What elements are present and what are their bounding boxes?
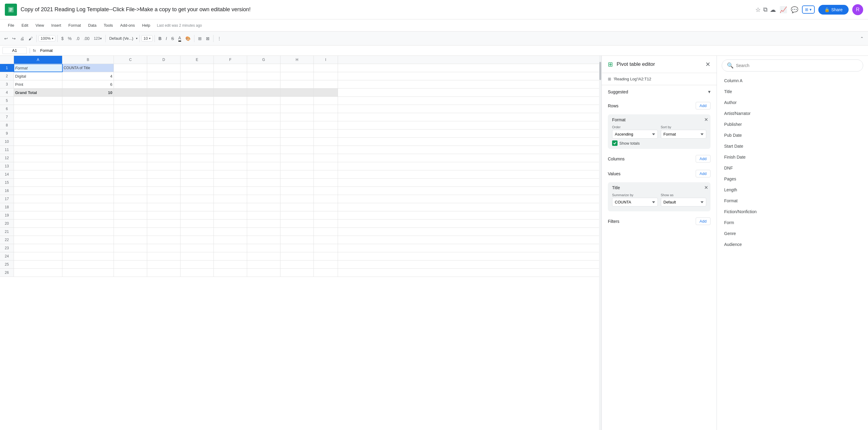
row-num-26[interactable]: 26 bbox=[0, 269, 14, 277]
field-search[interactable]: 🔍 bbox=[722, 59, 863, 71]
cell-i18[interactable] bbox=[314, 203, 338, 211]
cell-d9[interactable] bbox=[147, 130, 181, 137]
cell-a25[interactable] bbox=[14, 260, 62, 268]
cell-a1[interactable]: Format bbox=[14, 64, 62, 72]
cell-b22[interactable] bbox=[62, 236, 114, 244]
cell-f13[interactable] bbox=[214, 162, 247, 170]
cell-e16[interactable] bbox=[181, 187, 214, 195]
cell-f26[interactable] bbox=[214, 269, 247, 277]
row-num-4[interactable]: 4 bbox=[0, 89, 14, 96]
cell-f21[interactable] bbox=[214, 228, 247, 236]
cell-a4[interactable]: Grand Total bbox=[14, 89, 62, 96]
cell-c13[interactable] bbox=[114, 162, 147, 170]
cell-h24[interactable] bbox=[280, 252, 314, 260]
cell-h8[interactable] bbox=[280, 121, 314, 129]
cell-h6[interactable] bbox=[280, 105, 314, 113]
cell-b16[interactable] bbox=[62, 187, 114, 195]
cell-a24[interactable] bbox=[14, 252, 62, 260]
cell-f20[interactable] bbox=[214, 220, 247, 227]
cell-b11[interactable] bbox=[62, 146, 114, 154]
cell-e20[interactable] bbox=[181, 220, 214, 227]
row-num-14[interactable]: 14 bbox=[0, 170, 14, 178]
filters-add-button[interactable]: Add bbox=[696, 218, 711, 225]
cell-c11[interactable] bbox=[114, 146, 147, 154]
decimal-increase-button[interactable]: .00 bbox=[82, 35, 91, 42]
field-item[interactable]: Format bbox=[717, 195, 868, 206]
cell-d25[interactable] bbox=[147, 260, 181, 268]
cell-e23[interactable] bbox=[181, 244, 214, 252]
field-item[interactable]: Length bbox=[717, 184, 868, 195]
cell-c22[interactable] bbox=[114, 236, 147, 244]
fill-color-button[interactable]: 🎨 bbox=[184, 35, 192, 42]
cell-b8[interactable] bbox=[62, 121, 114, 129]
font-size-control[interactable]: 10 ▾ bbox=[142, 35, 153, 41]
cell-h17[interactable] bbox=[280, 195, 314, 203]
cell-i13[interactable] bbox=[314, 162, 338, 170]
field-item[interactable]: Title bbox=[717, 86, 868, 97]
cell-g2[interactable] bbox=[247, 72, 280, 80]
cell-i11[interactable] bbox=[314, 146, 338, 154]
cell-f7[interactable] bbox=[214, 113, 247, 121]
cell-f12[interactable] bbox=[214, 154, 247, 162]
cell-a9[interactable] bbox=[14, 130, 62, 137]
row-num-12[interactable]: 12 bbox=[0, 154, 14, 162]
cell-a15[interactable] bbox=[14, 179, 62, 187]
rows-chip-close-button[interactable]: ✕ bbox=[704, 117, 708, 122]
percent-button[interactable]: % bbox=[66, 35, 73, 42]
cell-f10[interactable] bbox=[214, 138, 247, 146]
cell-e13[interactable] bbox=[181, 162, 214, 170]
row-num-8[interactable]: 8 bbox=[0, 121, 14, 129]
col-header-b[interactable]: B bbox=[62, 56, 114, 64]
cell-c19[interactable] bbox=[114, 211, 147, 219]
row-num-20[interactable]: 20 bbox=[0, 220, 14, 227]
cell-b17[interactable] bbox=[62, 195, 114, 203]
cell-f11[interactable] bbox=[214, 146, 247, 154]
cell-e10[interactable] bbox=[181, 138, 214, 146]
borders-button[interactable]: ⊞ bbox=[196, 35, 204, 42]
cell-e24[interactable] bbox=[181, 252, 214, 260]
cell-g13[interactable] bbox=[247, 162, 280, 170]
cell-i15[interactable] bbox=[314, 179, 338, 187]
bold-button[interactable]: B bbox=[157, 35, 163, 42]
cell-c17[interactable] bbox=[114, 195, 147, 203]
cell-g24[interactable] bbox=[247, 252, 280, 260]
print-button[interactable]: 🖨 bbox=[18, 35, 26, 42]
cell-a11[interactable] bbox=[14, 146, 62, 154]
cell-i17[interactable] bbox=[314, 195, 338, 203]
cell-b4[interactable]: 10 bbox=[62, 89, 114, 96]
cell-h26[interactable] bbox=[280, 269, 314, 277]
cell-d12[interactable] bbox=[147, 154, 181, 162]
cell-c16[interactable] bbox=[114, 187, 147, 195]
cell-b2[interactable]: 4 bbox=[62, 72, 114, 80]
cell-e11[interactable] bbox=[181, 146, 214, 154]
cell-i20[interactable] bbox=[314, 220, 338, 227]
field-item[interactable]: Publisher bbox=[717, 119, 868, 130]
summarize-select[interactable]: COUNTA COUNT SUM AVG bbox=[612, 198, 658, 206]
menu-view[interactable]: View bbox=[32, 22, 47, 29]
cell-e26[interactable] bbox=[181, 269, 214, 277]
menu-edit[interactable]: Edit bbox=[19, 22, 31, 29]
cell-f17[interactable] bbox=[214, 195, 247, 203]
cell-b12[interactable] bbox=[62, 154, 114, 162]
comment-icon[interactable]: 💬 bbox=[791, 6, 798, 13]
cell-h21[interactable] bbox=[280, 228, 314, 236]
cell-f4[interactable] bbox=[214, 89, 247, 96]
col-header-c[interactable]: C bbox=[114, 56, 147, 64]
cell-h3[interactable] bbox=[280, 80, 314, 88]
cell-f19[interactable] bbox=[214, 211, 247, 219]
cell-f22[interactable] bbox=[214, 236, 247, 244]
cell-b26[interactable] bbox=[62, 269, 114, 277]
cell-b14[interactable] bbox=[62, 170, 114, 178]
cell-d23[interactable] bbox=[147, 244, 181, 252]
field-item[interactable]: Pages bbox=[717, 173, 868, 184]
cell-e18[interactable] bbox=[181, 203, 214, 211]
collapse-toolbar-button[interactable]: ⌃ bbox=[858, 35, 866, 42]
cell-g20[interactable] bbox=[247, 220, 280, 227]
cell-a16[interactable] bbox=[14, 187, 62, 195]
row-num-19[interactable]: 19 bbox=[0, 211, 14, 219]
row-num-11[interactable]: 11 bbox=[0, 146, 14, 154]
cell-i4[interactable] bbox=[314, 89, 338, 96]
cell-g9[interactable] bbox=[247, 130, 280, 137]
cell-b25[interactable] bbox=[62, 260, 114, 268]
cell-d11[interactable] bbox=[147, 146, 181, 154]
